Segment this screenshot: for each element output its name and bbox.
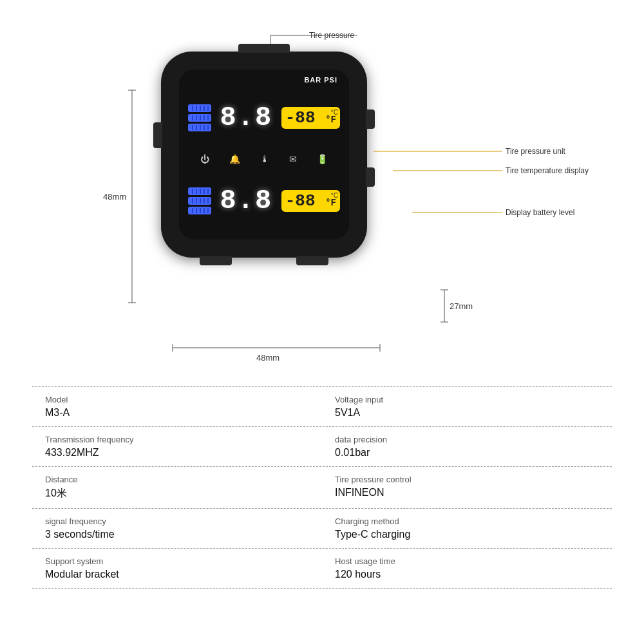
- spec-label-left-2: Distance: [45, 475, 309, 484]
- btn-bottom-left: [200, 256, 232, 265]
- spec-label-right-4: Host usage time: [335, 556, 599, 566]
- spec-value-left-3: 3 seconds/time: [45, 529, 309, 540]
- temp-value-bottom: -88 °F: [285, 193, 336, 209]
- tire-wave-3: [188, 124, 211, 131]
- spec-cell-left-1: Transmission frequency 433.92MHZ: [32, 435, 322, 459]
- spec-value-right-0: 5V1A: [335, 407, 599, 419]
- bar-psi-label: BAR PSI: [304, 76, 337, 84]
- specs-row-1: Transmission frequency 433.92MHZ data pr…: [32, 426, 612, 466]
- spec-value-left-1: 433.92MHZ: [45, 447, 309, 459]
- bottom-display-row: 8.8 °C -88 °F: [185, 168, 343, 233]
- tire-pressure-annotation: Tire pressure: [309, 31, 354, 40]
- btn-right-bottom: [366, 167, 375, 187]
- spec-label-right-0: Voltage input: [335, 395, 599, 404]
- temperature-icon: 🌡: [260, 154, 269, 164]
- spec-value-right-1: 0.01bar: [335, 447, 599, 459]
- display-battery-annotation: Display battery level: [506, 208, 574, 217]
- spec-cell-left-4: Support system Modular bracket: [32, 556, 322, 580]
- temp-top: °C -88 °F: [281, 107, 340, 129]
- spec-label-left-1: Transmission frequency: [45, 435, 309, 444]
- temp-f-top: °F: [325, 115, 336, 125]
- tire-icon-bottom: [188, 187, 211, 214]
- spec-cell-right-4: Host usage time 120 hours: [322, 556, 612, 580]
- spec-label-right-1: data precision: [335, 435, 599, 444]
- tire-temp-display-annotation: Tire temperature display: [506, 166, 589, 175]
- spec-value-right-3: Type-C charging: [335, 529, 599, 540]
- tire-alarm-icon: 🔔: [229, 154, 240, 164]
- digit-bottom: 8.8: [220, 187, 273, 214]
- spec-label-left-4: Support system: [45, 556, 309, 566]
- btn-left: [153, 122, 162, 148]
- spec-value-right-2: INFINEON: [335, 487, 599, 498]
- specs-row-0: Model M3-A Voltage input 5V1A: [32, 386, 612, 426]
- temp-value-top: -88 °F: [285, 109, 336, 126]
- tire-icon-top: [188, 104, 211, 131]
- power-icon: ⏻: [200, 154, 209, 164]
- tire-wave-4: [188, 187, 211, 195]
- btn-top: [238, 44, 290, 53]
- btn-bottom-right: [296, 256, 328, 265]
- unit-row: BAR PSI: [185, 76, 343, 84]
- spec-label-left-3: signal frequency: [45, 516, 309, 526]
- tire-wave-5: [188, 197, 211, 205]
- specs-row-3: signal frequency 3 seconds/time Charging…: [32, 508, 612, 548]
- icons-row: ⏻ 🔔 🌡 ✉ 🔋: [185, 151, 343, 167]
- spec-label-right-2: Tire pressure control: [335, 475, 599, 484]
- specs-section: Model M3-A Voltage input 5V1A Transmissi…: [32, 386, 612, 589]
- height-label: 48mm: [103, 192, 126, 202]
- depth-label: 27mm: [450, 301, 473, 311]
- temp-unit-c-bottom: °C: [331, 192, 338, 199]
- spec-cell-right-2: Tire pressure control INFINEON: [322, 475, 612, 500]
- top-display-row: 8.8 °C -88 °F: [185, 85, 343, 150]
- device-screen: BAR PSI 8.8 °C -88 °F: [179, 70, 349, 240]
- signal-icon: ✉: [289, 154, 297, 164]
- spec-value-left-2: 10米: [45, 487, 309, 500]
- tire-wave-1: [188, 104, 211, 112]
- diagram-area: Tire pressure Alarm Icon Tire pressure u…: [32, 13, 612, 386]
- spec-cell-left-2: Distance 10米: [32, 475, 322, 500]
- digit-top: 8.8: [220, 104, 273, 131]
- temp-bottom: °C -88 °F: [281, 190, 340, 212]
- spec-cell-right-0: Voltage input 5V1A: [322, 395, 612, 419]
- spec-value-left-0: M3-A: [45, 407, 309, 419]
- spec-label-right-3: Charging method: [335, 516, 599, 526]
- tire-wave-6: [188, 207, 211, 214]
- width-label: 48mm: [256, 353, 279, 363]
- spec-value-left-4: Modular bracket: [45, 569, 309, 580]
- battery-icon: 🔋: [317, 154, 328, 164]
- btn-right-top: [366, 109, 375, 129]
- spec-label-left-0: Model: [45, 395, 309, 404]
- spec-cell-right-3: Charging method Type-C charging: [322, 516, 612, 540]
- spec-cell-left-0: Model M3-A: [32, 395, 322, 419]
- temp-f-bottom: °F: [325, 198, 336, 208]
- spec-value-right-4: 120 hours: [335, 569, 599, 580]
- specs-row-2: Distance 10米 Tire pressure control INFIN…: [32, 466, 612, 508]
- tire-pressure-unit-annotation: Tire pressure unit: [506, 147, 565, 156]
- specs-row-4: Support system Modular bracket Host usag…: [32, 548, 612, 589]
- device: BAR PSI 8.8 °C -88 °F: [161, 52, 367, 258]
- spec-cell-right-1: data precision 0.01bar: [322, 435, 612, 459]
- spec-cell-left-3: signal frequency 3 seconds/time: [32, 516, 322, 540]
- tire-wave-2: [188, 114, 211, 122]
- temp-unit-c: °C: [331, 109, 338, 116]
